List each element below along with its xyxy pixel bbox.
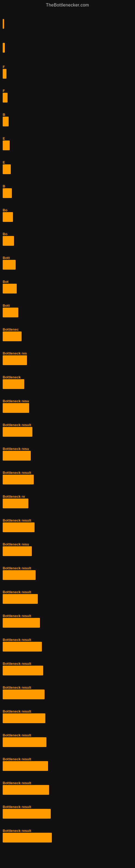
bar-label: Bo — [3, 208, 8, 212]
bar-row: Bottleneck result — [3, 609, 132, 632]
bar-fill — [3, 141, 10, 150]
bar-row: B — [3, 107, 132, 131]
bar-container: Bottleneck result — [3, 638, 42, 652]
bar-container: Bottleneck result — [3, 685, 45, 699]
bar-label: Bottleneck re — [3, 495, 26, 499]
bar-container: Bot — [3, 280, 17, 293]
bar-row: Bottleneck result — [3, 824, 132, 847]
bar-label: Bottleneck resu — [3, 399, 30, 403]
bar-container: Bottleneck result — [3, 423, 32, 437]
bar-row: Bottleneck re — [3, 489, 132, 513]
bar-row: Bottlenec — [3, 322, 132, 346]
bar-label: Bottleneck result — [3, 733, 32, 737]
bar-row: Bottleneck result — [3, 656, 132, 680]
bar-fill — [3, 379, 24, 389]
bar-fill — [3, 403, 29, 413]
bar-label: Bottleneck result — [3, 781, 32, 785]
bar-label: Bottlenec — [3, 328, 20, 332]
bar-container: B — [3, 184, 12, 198]
bar-label: Bottleneck result — [3, 518, 32, 522]
bar-label: Bottleneck resu — [3, 447, 30, 451]
bar-row — [3, 12, 132, 36]
bar-fill — [3, 785, 49, 795]
bar-label: Bottleneck result — [3, 638, 32, 642]
bar-fill — [3, 69, 6, 79]
bar-row: Bott — [3, 299, 132, 322]
bar-fill — [3, 522, 35, 532]
bar-fill — [3, 117, 9, 126]
bar-fill — [3, 284, 17, 293]
bar-row — [3, 36, 132, 60]
bar-label: Bottleneck result — [3, 805, 32, 809]
bar-label: Bottleneck result — [3, 829, 32, 833]
bar-fill — [3, 93, 8, 102]
bar-label: Bottleneck resu — [3, 542, 30, 546]
bar-container: Bottleneck result — [3, 471, 34, 485]
bar-row: Bottleneck resu — [3, 537, 132, 561]
bar-container: Bottleneck — [3, 375, 24, 389]
bar-label: E — [3, 136, 6, 141]
bar-label: Bottleneck result — [3, 757, 32, 761]
bar-container: Bottleneck result — [3, 566, 36, 580]
bar-fill — [3, 737, 46, 747]
bar-container: F — [3, 65, 6, 79]
bar-row: Bottleneck result — [3, 585, 132, 609]
bar-fill — [3, 665, 43, 675]
bar-label: Bottleneck result — [3, 685, 32, 689]
bar-label: Bott — [3, 304, 11, 308]
bar-container: Bo — [3, 208, 13, 222]
bar-container: Bottleneck result — [3, 805, 51, 818]
bar-container: Bottleneck result — [3, 781, 49, 795]
bar-container: Bo — [3, 232, 14, 246]
bar-fill — [3, 618, 40, 628]
bar-container: Bottleneck result — [3, 590, 38, 604]
bar-label: Bottleneck result — [3, 423, 32, 427]
bar-label: F — [3, 65, 6, 69]
bar-container: Bottleneck result — [3, 518, 35, 532]
bar-container: Bottleneck result — [3, 829, 52, 842]
bar-fill — [3, 642, 42, 652]
bar-label: Bottleneck res — [3, 351, 28, 355]
bar-fill — [3, 212, 13, 222]
site-title: TheBottlenecker.com — [0, 0, 135, 9]
bar-fill — [3, 546, 32, 556]
bar-container: F — [3, 89, 8, 102]
bar-row: Bottleneck res — [3, 346, 132, 370]
bar-label: Bot — [3, 280, 10, 284]
bar-fill — [3, 689, 45, 699]
bar-fill — [3, 164, 11, 174]
bar-row: E — [3, 131, 132, 155]
bar-container — [3, 43, 5, 53]
bar-fill — [3, 188, 12, 198]
bar-container: Bott — [3, 256, 16, 270]
bar-fill — [3, 332, 21, 341]
bar-container: Bottleneck res — [3, 351, 28, 365]
bar-label: Bottleneck result — [3, 661, 32, 665]
bar-container: Bottleneck resu — [3, 447, 31, 461]
bar-label: Bottleneck result — [3, 709, 32, 713]
bar-row: Bottleneck result — [3, 561, 132, 585]
bar-container: Bott — [3, 304, 18, 317]
bar-row: Bottleneck resu — [3, 442, 132, 465]
bar-fill — [3, 594, 38, 604]
chart-area: FFBEEBBoBoBottBotBottBottlenecBottleneck… — [0, 12, 135, 847]
bar-fill — [3, 19, 4, 29]
bar-label: Bottleneck result — [3, 566, 32, 570]
bar-fill — [3, 308, 18, 317]
bar-container: Bottleneck resu — [3, 399, 30, 413]
bar-fill — [3, 236, 14, 246]
bar-container: B — [3, 113, 9, 126]
bar-container: Bottlenec — [3, 328, 21, 341]
bar-fill — [3, 451, 31, 461]
bar-row: Bottleneck — [3, 370, 132, 394]
bar-row: Bo — [3, 203, 132, 227]
bar-row: Bottleneck result — [3, 680, 132, 704]
bar-container: Bottleneck result — [3, 614, 40, 628]
bar-row: F — [3, 84, 132, 107]
bar-container: Bottleneck resu — [3, 542, 32, 556]
bar-row: Bo — [3, 227, 132, 251]
bar-label: B — [3, 113, 6, 117]
bar-fill — [3, 355, 27, 365]
bar-row: Bottleneck result — [3, 465, 132, 489]
bar-container: Bottleneck result — [3, 661, 43, 675]
